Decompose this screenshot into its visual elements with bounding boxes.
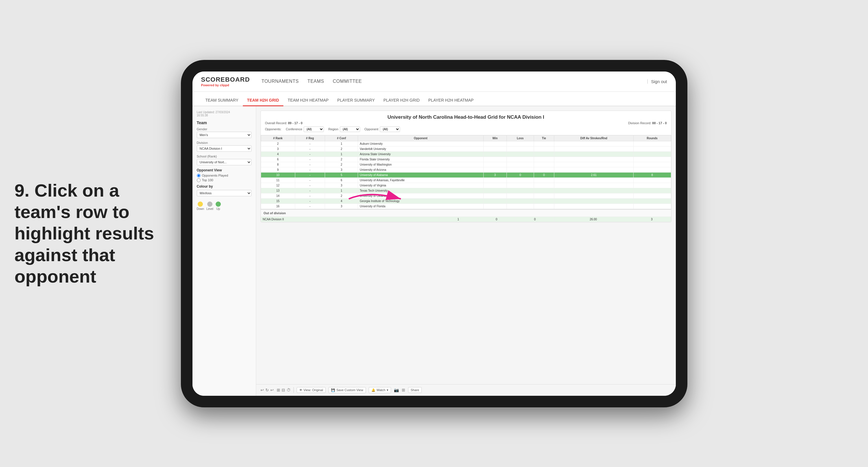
cell-diff (554, 167, 633, 172)
table-row[interactable]: 6 - 2 Florida State University (261, 157, 671, 162)
cell-tie (534, 162, 554, 167)
table-row[interactable]: 14 - 2 University of Oklahoma (261, 193, 671, 198)
filter-opponent: Opponent (All) (364, 126, 400, 132)
cell-tie (534, 198, 554, 204)
table-row[interactable]: 2 - 1 Auburn University (261, 141, 671, 146)
filters-row: Opponents: Conference (All) (265, 126, 667, 132)
cell-tie (534, 151, 554, 157)
cell-tie (534, 193, 554, 198)
cell-rounds (633, 167, 671, 172)
cell-diff (554, 162, 633, 167)
cell-reg: - (295, 188, 325, 193)
cell-conf: 5 (325, 172, 358, 177)
cell-reg: - (295, 172, 325, 177)
cell-loss: 0 (507, 172, 534, 177)
cell-tie (534, 146, 554, 151)
tab-team-h2h-grid[interactable]: TEAM H2H GRID (243, 95, 283, 106)
grid-icon[interactable]: ⊞ (402, 388, 405, 392)
cell-opponent: Arizona State University (358, 151, 483, 157)
out-div-row[interactable]: NCAA Division II 1 0 0 26.00 3 (261, 216, 671, 222)
view-original-btn[interactable]: 👁 View: Original (297, 387, 326, 393)
cell-reg: - (295, 198, 325, 204)
table-body: 2 - 1 Auburn University 3 - 2 Vanderbilt… (261, 141, 671, 209)
cell-reg: - (295, 167, 325, 172)
radio-opponents-played[interactable]: Opponents Played (197, 174, 251, 177)
cell-conf: 6 (325, 177, 358, 183)
table-row[interactable]: 13 - 1 Texas Tech University (261, 188, 671, 193)
legend-up: Up (216, 202, 221, 210)
clock-icon[interactable]: ⏱ (286, 388, 290, 392)
cell-loss (507, 177, 534, 183)
table-row[interactable]: 9 - 3 University of Arizona (261, 167, 671, 172)
undo-icon[interactable]: ↩ (260, 388, 264, 392)
table-row[interactable]: 15 - 4 Georgia Institute of Technology (261, 198, 671, 204)
division-select[interactable]: NCAA Division I (197, 145, 251, 152)
cell-opponent: Florida State University (358, 157, 483, 162)
radio-top100[interactable]: Top 100 (197, 178, 251, 182)
cell-conf: 2 (325, 162, 358, 167)
cell-reg: - (295, 157, 325, 162)
table-row[interactable]: 10 - 5 University of Alabama 3 0 0 2.61 … (261, 172, 671, 177)
colour-by-select[interactable]: Win/loss (197, 190, 251, 196)
cell-loss (507, 151, 534, 157)
save-custom-view-btn[interactable]: 💾 Save Custom View (329, 387, 366, 393)
table-row[interactable]: 12 - 3 University of Virginia (261, 183, 671, 188)
table-row[interactable]: 16 - 3 University of Florida (261, 204, 671, 209)
cell-loss (507, 198, 534, 204)
redo-icon[interactable]: ↻ (266, 388, 269, 392)
tab-team-summary[interactable]: TEAM SUMMARY (201, 95, 243, 106)
nav-teams[interactable]: TEAMS (307, 77, 324, 85)
cell-diff (554, 151, 633, 157)
region-filter-select[interactable]: (All) (340, 126, 360, 132)
cell-conf: 1 (325, 151, 358, 157)
grid-header: University of North Carolina Head-to-Hea… (261, 111, 671, 135)
cell-reg: - (295, 146, 325, 151)
col-reg: # Reg (295, 135, 325, 141)
cell-win (483, 198, 507, 204)
cell-tie (534, 188, 554, 193)
h2h-table: # Rank # Reg # Conf Opponent Win Loss Ti… (261, 135, 671, 209)
cell-loss (507, 146, 534, 151)
cell-diff (554, 183, 633, 188)
out-div-win: 1 (439, 216, 477, 222)
undo2-icon[interactable]: ↩ (270, 388, 274, 392)
screenshot-icon[interactable]: 📷 (394, 388, 399, 392)
share-btn[interactable]: Share (408, 387, 422, 393)
sign-out-link[interactable]: Sign out (651, 79, 667, 84)
cell-opponent: University of Washington (358, 162, 483, 167)
cell-loss (507, 167, 534, 172)
tab-team-h2h-heatmap[interactable]: TEAM H2H HEATMAP (283, 95, 333, 106)
table-row[interactable]: 8 - 2 University of Washington (261, 162, 671, 167)
nav-tournaments[interactable]: TOURNAMENTS (261, 77, 299, 85)
cell-rounds (633, 162, 671, 167)
gender-select[interactable]: Men's (197, 132, 251, 138)
cell-loss (507, 193, 534, 198)
legend-level: Level (206, 202, 213, 210)
conference-filter-select[interactable]: (All) (304, 126, 324, 132)
cell-rounds (633, 204, 671, 209)
cell-opponent: University of Arizona (358, 167, 483, 172)
opponent-view-title: Opponent View (197, 168, 251, 172)
cell-win: 3 (483, 172, 507, 177)
cell-rounds (633, 157, 671, 162)
copy-icon[interactable]: ⊞ (277, 388, 280, 392)
tab-player-h2h-grid[interactable]: PLAYER H2H GRID (379, 95, 424, 106)
left-panel: Last Updated: 27/03/2024 16:55:38 Team G… (192, 106, 256, 396)
table-row[interactable]: 4 - 1 Arizona State University (261, 151, 671, 157)
watch-icon: 🔔 (371, 388, 375, 392)
cell-diff (554, 204, 633, 209)
cell-opponent: University of Arkansas, Fayetteville (358, 177, 483, 183)
nav-committee[interactable]: COMMITTEE (333, 77, 362, 85)
table-row[interactable]: 3 - 2 Vanderbilt University (261, 146, 671, 151)
grid-card: University of North Carolina Head-to-Hea… (260, 111, 672, 222)
paste-icon[interactable]: ⊟ (282, 388, 285, 392)
school-select[interactable]: University of Nort... (197, 159, 251, 165)
tab-player-summary[interactable]: PLAYER SUMMARY (333, 95, 379, 106)
tablet-device: SCOREBOARD Powered by clippd TOURNAMENTS… (181, 60, 687, 407)
colour-legend: Down Level Up (197, 202, 251, 210)
opponent-filter-select[interactable]: (All) (380, 126, 400, 132)
tab-player-h2h-heatmap[interactable]: PLAYER H2H HEATMAP (424, 95, 478, 106)
table-row[interactable]: 11 - 6 University of Arkansas, Fayettevi… (261, 177, 671, 183)
table-header-row: # Rank # Reg # Conf Opponent Win Loss Ti… (261, 135, 671, 141)
watch-btn[interactable]: 🔔 Watch ▾ (369, 387, 391, 393)
